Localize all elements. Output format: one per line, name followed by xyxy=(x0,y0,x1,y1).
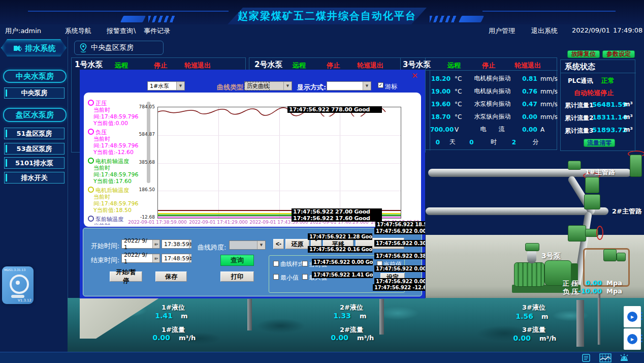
pump3-mode[interactable]: 远程 xyxy=(447,61,461,70)
y-axis-tick: -12.68 xyxy=(135,215,155,220)
header-deco-stripes-right xyxy=(430,16,457,22)
start-time-value: 17:38:59 xyxy=(164,241,189,248)
camera-tile-1[interactable]: ▶ xyxy=(624,306,641,327)
calendar-dropdown-icon[interactable]: ▦▾ xyxy=(152,254,159,262)
cursor-tooltip: 17:47:56.922 27.00 Good xyxy=(292,208,382,215)
print-button[interactable]: 打印 xyxy=(220,271,254,282)
pump2-state[interactable]: 停止 xyxy=(327,61,340,70)
param-set-button[interactable]: 参数设定 xyxy=(602,50,635,58)
legend-scrollbar[interactable] xyxy=(147,102,150,183)
video-player-tile[interactable]: MDS1.3.31.13 V1.3.12 xyxy=(2,266,34,304)
pump3-state[interactable]: 停止 xyxy=(482,61,495,70)
menu-system-nav[interactable]: 系统导航 xyxy=(65,26,91,36)
display-mode-select[interactable]: ▼ xyxy=(327,81,371,90)
camera-menu-dots[interactable] xyxy=(641,335,642,342)
time-spinner[interactable]: ▲▼ xyxy=(189,254,191,262)
pump2-mode[interactable]: 远程 xyxy=(293,61,306,70)
sidebar-group-panel-area[interactable]: 盘区水泵房 xyxy=(3,108,67,122)
legend-series-name: 电机前轴温度 xyxy=(95,158,129,165)
header-deco-stripes-left xyxy=(148,16,176,22)
pump3-cell: mm/s xyxy=(540,113,558,120)
location-pin-icon xyxy=(80,43,87,52)
camera-menu-dots[interactable] xyxy=(641,312,642,320)
cursor-tooltip: 17:47:56.922 17.60 Good xyxy=(292,215,382,222)
end-date-value: 2022/ 9/ 1 xyxy=(124,252,152,265)
pan-left-button[interactable]: <- xyxy=(273,239,284,249)
location-box[interactable]: 中央盘区泵房 xyxy=(74,41,164,55)
sidebar-item-drain-switch[interactable]: 排水开关 xyxy=(4,172,65,184)
cursor-checkbox[interactable]: ✓ xyxy=(378,82,383,88)
valve-body xyxy=(585,177,599,193)
pump3-cell: °C xyxy=(450,88,466,95)
webcam-icon xyxy=(10,275,29,294)
pump3-table-row: 19.60°C水泵横向振动0.47mm/s xyxy=(430,98,557,110)
pump3-label: 3号泵 xyxy=(541,252,561,261)
menu-user-mgmt[interactable]: 用户管理 xyxy=(489,26,515,36)
alarm-lamp-icon[interactable] xyxy=(619,353,630,363)
pump3-table-row: 18.70°C水泵纵向振动0.00mm/s xyxy=(430,110,557,123)
pump3-poll[interactable]: 轮巡退出 xyxy=(514,61,541,70)
pump-body xyxy=(514,262,544,287)
x-axis-tick: 2022-09-01 17:38:59.000 xyxy=(124,220,190,225)
menu-alarm-query[interactable]: 报警查询 xyxy=(107,26,133,36)
trend-grid-icon[interactable] xyxy=(599,353,611,362)
pump2-poll[interactable]: 轮巡退出 xyxy=(357,61,383,70)
flow3-value: 0.00 xyxy=(503,334,531,342)
gridline xyxy=(218,107,219,218)
curve-style-checkbox[interactable] xyxy=(273,261,279,266)
pump-select[interactable]: 1#水泵 ▼ xyxy=(147,81,185,90)
legend-series-icon xyxy=(88,158,94,164)
start-date-value: 2022/ 9/ 1 xyxy=(124,237,152,251)
gridline xyxy=(158,163,401,164)
sidebar-system-button[interactable]: 排水系统 xyxy=(1,39,68,57)
report-icon[interactable] xyxy=(582,354,591,362)
calendar-dropdown-icon[interactable]: ▦▾ xyxy=(152,240,159,248)
pump3-cell: 时 xyxy=(484,138,504,146)
start-pause-button[interactable]: 开始/暂停 xyxy=(110,271,142,282)
flow-clear-button[interactable]: 流量清零 xyxy=(584,139,615,147)
sidebar-item-5101-drain[interactable]: 5101排水泵 xyxy=(4,157,65,169)
start-time-input[interactable]: 17:38:59 ▲▼ xyxy=(162,239,191,249)
pump1-mode[interactable]: 远程 xyxy=(115,61,128,70)
legend-series-time: 当前时间:17:48:59.796 xyxy=(88,136,148,149)
restore-button[interactable]: 还原 xyxy=(285,239,309,249)
sidebar-item-53-panel[interactable]: 53盘区泵房 xyxy=(4,143,65,155)
query-button[interactable]: 查询 xyxy=(220,255,254,266)
pump3-cell: 0 xyxy=(460,139,484,146)
level3-value: 1.56 xyxy=(510,312,533,320)
min-value-checkbox[interactable] xyxy=(273,274,279,280)
cursor-tooltip: 17:47:56.922 0.38 G xyxy=(374,253,425,259)
pump1-poll[interactable]: 轮巡退出 xyxy=(184,61,211,70)
curve-span-select[interactable]: ▼ xyxy=(229,240,266,250)
save-button[interactable]: 保存 xyxy=(155,271,187,282)
current-value-checkbox-hidden[interactable] xyxy=(302,261,308,266)
sidebar-item-51-panel[interactable]: 51盘区泵房 xyxy=(4,128,65,139)
curve-type-select[interactable]: 历史曲线 ▼ xyxy=(244,81,292,90)
drainage-pump-icon xyxy=(13,44,22,53)
camera-tile-2[interactable]: ▶ xyxy=(624,328,641,350)
valve-handwheel xyxy=(596,226,603,240)
sidebar-item-central-pump-room[interactable]: 中央泵房 xyxy=(4,87,65,99)
total-flow1-value: 56481.59 xyxy=(592,101,621,108)
x-axis-tick: 2022-09-01 17:41:29.000 xyxy=(185,220,251,225)
legend-item[interactable]: 正压 当前时间:17:48:59.796 Y当前值:0.00 xyxy=(88,100,148,127)
level2-label: 2#液位 xyxy=(331,303,372,312)
scene-pipe-main2 xyxy=(426,207,608,215)
menu-event-log[interactable]: 事件记录 xyxy=(144,26,170,36)
trend-plot[interactable] xyxy=(157,107,401,219)
end-time-input[interactable]: 17:48:59 ▲▼ xyxy=(162,254,191,263)
legend-series-value: Y当前值:-12.60 xyxy=(88,149,148,156)
pump1-state[interactable]: 停止 xyxy=(154,61,167,70)
plc-status-value: 正常 xyxy=(601,76,615,85)
sidebar-group-central[interactable]: 中央水泵房 xyxy=(3,70,67,83)
start-date-input[interactable]: 2022/ 9/ 1 ▦▾ xyxy=(121,239,160,249)
menu-logout[interactable]: 退出系统 xyxy=(531,26,558,36)
fault-reset-button[interactable]: 故障复位 xyxy=(567,50,600,58)
time-spinner[interactable]: ▲▼ xyxy=(189,240,191,248)
chevron-down-icon: ▼ xyxy=(176,82,184,90)
cursor-tooltip: 17:47:56.922 0.00 G xyxy=(374,265,425,272)
end-date-input[interactable]: 2022/ 9/ 1 ▦▾ xyxy=(121,254,160,263)
dialog-close-icon[interactable]: ✕ xyxy=(411,71,418,80)
max-value-checkbox-hidden[interactable] xyxy=(302,274,308,280)
scene-pole xyxy=(247,299,252,330)
